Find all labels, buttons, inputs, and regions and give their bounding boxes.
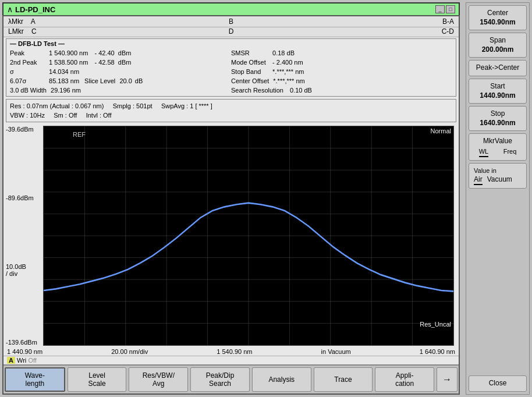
center-offset-value: *.***,*** nm <box>273 77 304 84</box>
stop-button[interactable]: Stop 1640.90nm <box>469 106 527 131</box>
start-value: 1440.90nm <box>471 91 524 101</box>
mkr-value-button[interactable]: MkrValue WL Freq <box>469 133 527 161</box>
span-button[interactable]: Span 200.00nm <box>469 33 527 58</box>
smsr-value: 0.18 dB <box>272 49 295 56</box>
intvl-label: Intvl : <box>86 112 101 119</box>
res-uncal-label: Res_Uncal <box>420 321 451 328</box>
x-div: 20.00 nm/div <box>111 348 148 355</box>
marker-d-label: D <box>229 27 234 36</box>
close-label: Close <box>471 379 524 388</box>
right-sidebar: Center 1540.90nm Span 200.00nm Peak->Cen… <box>466 2 530 395</box>
start-button[interactable]: Start 1440.90nm <box>469 79 527 104</box>
fn-trace[interactable]: Trace <box>314 367 373 392</box>
fn-analysis[interactable]: Analysis <box>252 367 311 392</box>
peak2-db: - 42.58 <box>94 59 114 66</box>
res-label: Res : <box>10 102 25 109</box>
fn-application[interactable]: Appli-cation <box>375 367 434 392</box>
search-res-value: 0.10 dB <box>290 87 312 94</box>
slice-unit: dB <box>135 77 143 84</box>
swpavg-value: 1 [ **** ] <box>190 102 212 109</box>
air-option: Air <box>474 175 483 186</box>
marker-c-label: C <box>31 27 37 36</box>
title-bar: ∧ LD-PD_INC _ □ <box>2 2 460 15</box>
graph-area: Normal REF Res_Uncal <box>43 126 454 346</box>
stop-band-value: *.***,*** nm <box>272 68 304 75</box>
peak2-label: 2nd Peak <box>10 58 45 67</box>
peak-db: - 42.40 <box>94 49 114 56</box>
y-div-label: / div <box>6 270 41 277</box>
lambda-mkr-label: λMkr <box>8 17 23 26</box>
fn-wavelength[interactable]: Wave-length <box>5 367 65 392</box>
dfb-title: — DFB-LD Test — <box>10 40 452 47</box>
maximize-button[interactable]: □ <box>446 5 455 13</box>
mode-offset-value: - 2.400 nm <box>272 59 303 66</box>
value-in-button[interactable]: Value in Air Vacuum <box>469 163 527 189</box>
instrument-panel: λMkr A B B-A LMkr C D <box>2 15 460 395</box>
stop-label: Stop <box>471 109 524 119</box>
vbw-label: VBW : <box>10 112 28 119</box>
sm-label: Sm : <box>54 112 67 119</box>
x-center: 1 540.90 nm <box>217 348 252 355</box>
peak-unit: dBm <box>118 49 132 56</box>
sigma6-value: 85.183 nm <box>49 77 79 84</box>
center-button[interactable]: Center 1540.90nm <box>469 5 527 30</box>
y-scale-label: 10.0dB <box>6 263 41 270</box>
peak2-unit: dBm <box>118 59 132 66</box>
graph-grid <box>44 126 453 345</box>
stop-value: 1640.90nm <box>471 119 524 128</box>
vacuum-option: Vacuum <box>487 175 512 186</box>
peak-center-label: Peak->Center <box>471 63 524 73</box>
peak2-value: 1 538.500 nm <box>49 59 88 66</box>
trace-indicator: A Wri Off <box>3 356 459 364</box>
marker-a-label: A <box>31 17 36 26</box>
span-label: Span <box>471 36 524 45</box>
fn-level-scale[interactable]: LevelScale <box>68 367 127 392</box>
close-button[interactable]: Close <box>469 375 527 392</box>
trace-wri: Wri <box>17 357 26 364</box>
smplg-label: Smplg : <box>113 102 134 109</box>
fn-res-vbw-avg[interactable]: Res/VBW/Avg <box>129 367 188 392</box>
smsr-label: SMSR <box>231 48 266 58</box>
swpavg-label: SwpAvg : <box>161 102 188 109</box>
width3-value: 29.196 nm <box>51 87 81 94</box>
sm-value: Off <box>69 112 77 119</box>
normal-label: Normal <box>431 127 451 134</box>
width3-label: 3.0 dB Width <box>10 86 47 95</box>
res-value: 0.07nm (Actual : 0.067 nm) <box>27 102 104 109</box>
function-keys: Wave-length LevelScale Res/VBW/Avg Peak/… <box>3 364 459 394</box>
ref-label: REF <box>73 131 86 138</box>
sigma-label: σ <box>10 67 45 76</box>
mkr-wl-option: WL <box>479 147 489 157</box>
x-axis: 1 440.90 nm 20.00 nm/div 1 540.90 nm in … <box>3 347 459 356</box>
mode-offset-label: Mode Offset <box>231 58 266 67</box>
center-value: 1540.90nm <box>471 18 524 27</box>
peak-center-button[interactable]: Peak->Center <box>469 60 527 76</box>
marker-row2: LMkr C D C-D <box>3 27 459 37</box>
y-bottom-label: -139.6dBm <box>6 339 41 346</box>
stop-band-label: Stop Band <box>231 67 266 76</box>
fn-arrow[interactable]: → <box>437 367 457 392</box>
x-start: 1 440.90 nm <box>7 348 42 355</box>
marker-b-label: B <box>229 17 233 26</box>
mkr-value-label: MkrValue <box>471 137 524 146</box>
peak-label: Peak <box>10 48 45 58</box>
vbw-value: 10Hz <box>30 112 45 119</box>
fn-peak-dip-search[interactable]: Peak/DipSearch <box>190 367 250 392</box>
minimize-button[interactable]: _ <box>435 5 445 13</box>
res-section: Res : 0.07nm (Actual : 0.067 nm) Smplg :… <box>6 99 456 122</box>
dfb-section: — DFB-LD Test — Peak 1 540.900 nm - 42.4… <box>6 38 456 97</box>
y-top-label: -39.6dBm <box>6 126 41 133</box>
slice-label: Slice Level <box>84 77 115 84</box>
trace-a-badge: A <box>7 357 15 364</box>
center-offset-label: Center Offset <box>231 76 269 86</box>
search-res-label: Search Resolution <box>231 86 283 95</box>
value-in-label: Value in <box>471 166 524 175</box>
mkr-freq-option: Freq <box>503 147 517 157</box>
x-label: in Vacuum <box>321 348 351 355</box>
intvl-value: Off <box>103 112 111 119</box>
l-mkr-label: LMkr <box>8 27 24 36</box>
sigma-value: 14.034 nm <box>49 68 79 75</box>
sigma6-label: 6.07σ <box>10 76 45 86</box>
marker-ba-label: B-A <box>442 17 454 26</box>
y-axis: -39.6dBm -89.6dBm 10.0dB / div -139.6dBm <box>6 125 41 347</box>
